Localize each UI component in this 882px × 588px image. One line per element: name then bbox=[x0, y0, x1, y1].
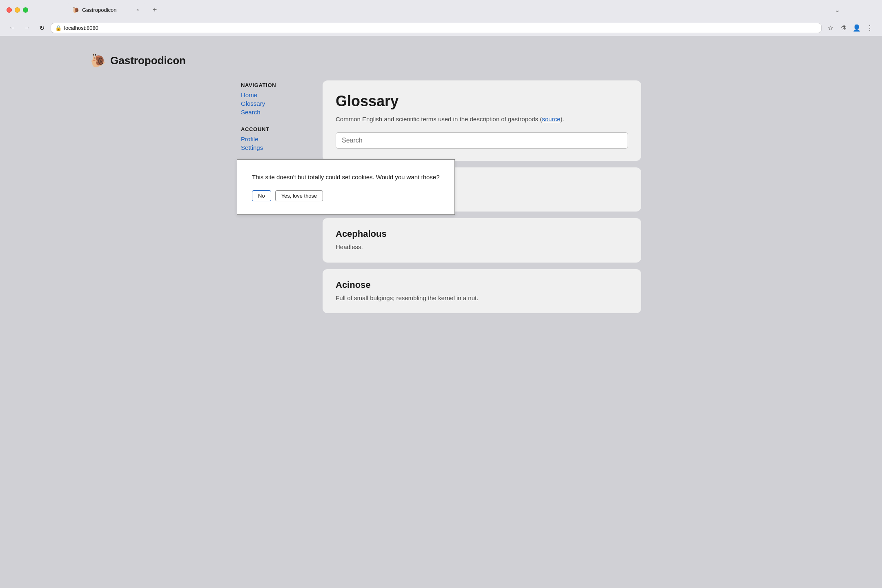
tab-favicon-icon: 🐌 bbox=[72, 7, 79, 13]
toolbar-actions: ☆ ⚗ 👤 ⋮ bbox=[825, 22, 875, 33]
browser-titlebar: 🐌 Gastropodicon × + ⌄ bbox=[0, 0, 882, 20]
term-title-acephalous: Acephalous bbox=[336, 229, 628, 239]
menu-button[interactable]: ⋮ bbox=[864, 22, 875, 33]
description-text-before: Common English and scientific terms used… bbox=[336, 116, 542, 122]
maximize-window-button[interactable] bbox=[23, 7, 28, 13]
sidebar-item-glossary[interactable]: Glossary bbox=[241, 99, 306, 108]
cookie-dialog: This site doesn't but totally could set … bbox=[237, 159, 455, 215]
back-button[interactable]: ← bbox=[7, 22, 18, 33]
search-input[interactable] bbox=[336, 132, 628, 149]
site-logo-icon: 🐌 bbox=[90, 53, 106, 68]
url-input[interactable] bbox=[64, 25, 817, 31]
security-icon: 🔒 bbox=[55, 25, 62, 31]
tab-dropdown-button[interactable]: ⌄ bbox=[831, 4, 843, 16]
forward-button[interactable]: → bbox=[21, 22, 33, 33]
cookie-message: This site doesn't but totally could set … bbox=[252, 173, 440, 182]
term-title-acinose: Acinose bbox=[336, 280, 628, 290]
glossary-description: Common English and scientific terms used… bbox=[336, 115, 628, 124]
browser-toolbar: ← → ↻ 🔒 ☆ ⚗ 👤 ⋮ bbox=[0, 20, 882, 36]
term-definition-acinose: Full of small bulgings; resembling the k… bbox=[336, 294, 628, 303]
profile-button[interactable]: 👤 bbox=[851, 22, 862, 33]
minimize-window-button[interactable] bbox=[15, 7, 20, 13]
sidebar-item-search[interactable]: Search bbox=[241, 108, 306, 116]
term-definition-acephalous: Headless. bbox=[336, 243, 628, 252]
term-card-acephalous: Acephalous Headless. bbox=[323, 218, 641, 263]
tab-close-button[interactable]: × bbox=[134, 7, 141, 13]
browser-chrome: 🐌 Gastropodicon × + ⌄ ← → ↻ 🔒 ☆ ⚗ 👤 ⋮ bbox=[0, 0, 882, 36]
term-card-acinose: Acinose Full of small bulgings; resembli… bbox=[323, 269, 641, 314]
site-header: 🐌 Gastropodicon bbox=[90, 53, 186, 68]
sidebar-item-profile[interactable]: Profile bbox=[241, 135, 306, 143]
cookie-no-button[interactable]: No bbox=[252, 190, 271, 201]
source-link[interactable]: source bbox=[542, 116, 560, 122]
browser-tabs: 🐌 Gastropodicon × + ⌄ bbox=[33, 3, 875, 16]
sidebar-item-home[interactable]: Home bbox=[241, 91, 306, 99]
cookie-yes-button[interactable]: Yes, love those bbox=[275, 190, 323, 201]
sidebar-item-settings[interactable]: Settings bbox=[241, 143, 306, 152]
close-window-button[interactable] bbox=[7, 7, 12, 13]
description-text-after: ). bbox=[560, 116, 564, 122]
tab-title: Gastropodicon bbox=[82, 7, 131, 13]
account-section: ACCOUNT Profile Settings bbox=[241, 126, 306, 152]
labs-button[interactable]: ⚗ bbox=[838, 22, 849, 33]
address-bar[interactable]: 🔒 bbox=[51, 23, 822, 33]
navigation-section: NAVIGATION Home Glossary Search bbox=[241, 82, 306, 116]
reload-button[interactable]: ↻ bbox=[36, 22, 47, 33]
cookie-buttons: No Yes, love those bbox=[252, 190, 440, 201]
new-tab-button[interactable]: + bbox=[149, 4, 160, 16]
page-wrapper: 🐌 Gastropodicon NAVIGATION Home Glossary… bbox=[0, 36, 882, 579]
bookmark-button[interactable]: ☆ bbox=[825, 22, 836, 33]
site-title: Gastropodicon bbox=[110, 54, 186, 67]
account-section-title: ACCOUNT bbox=[241, 126, 306, 132]
glossary-header-card: Glossary Common English and scientific t… bbox=[323, 80, 641, 161]
traffic-lights bbox=[7, 7, 28, 13]
active-tab[interactable]: 🐌 Gastropodicon × bbox=[66, 3, 147, 16]
navigation-section-title: NAVIGATION bbox=[241, 82, 306, 88]
glossary-title: Glossary bbox=[336, 93, 628, 110]
